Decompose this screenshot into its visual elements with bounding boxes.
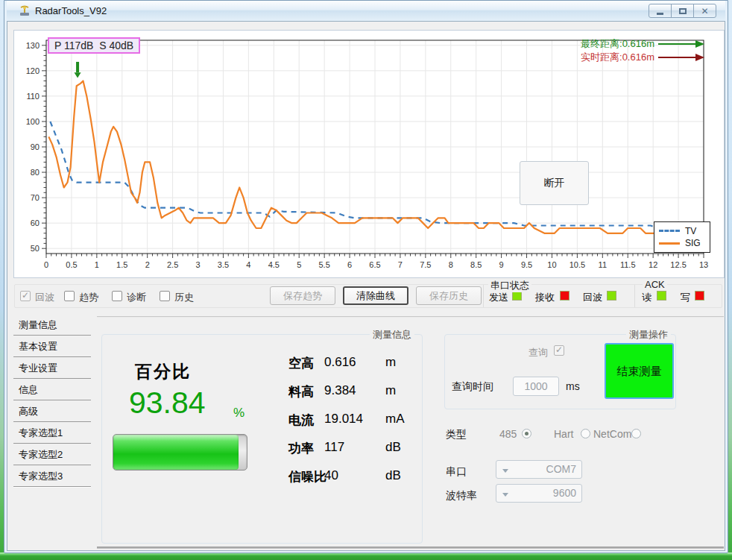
final-distance-annotation: 最终距离:0.616m [581, 37, 704, 51]
material-height-unit: m [385, 383, 396, 398]
maximize-button[interactable] [671, 4, 694, 18]
serial-status-group-label: 串口状态 [488, 279, 531, 292]
svg-text:5.5: 5.5 [319, 260, 330, 269]
level-progress-bar [113, 434, 247, 471]
toolbar-separator [634, 285, 635, 307]
svg-text:12.5: 12.5 [670, 260, 686, 269]
svg-text:12: 12 [649, 260, 657, 269]
baud-rate-select[interactable]: 9600 [496, 484, 582, 503]
echo-status-label: 回波 [583, 291, 602, 304]
history-checkbox-label: 历史 [174, 291, 194, 304]
query-checkbox-label: 查询 [529, 346, 548, 359]
percent-unit: % [233, 406, 244, 421]
svg-text:4: 4 [246, 260, 250, 269]
serial-port-label: 串口 [446, 465, 467, 479]
query-interval-unit: ms [566, 380, 580, 392]
tx-status-label: 发送 [489, 291, 508, 304]
sidebar-item-expert-2[interactable]: 专家选型2 [13, 444, 91, 465]
svg-text:3.5: 3.5 [218, 260, 229, 269]
material-height-label: 料高 [288, 383, 314, 400]
percent-title: 百分比 [135, 360, 191, 383]
save-history-button[interactable]: 保存历史 [416, 286, 482, 305]
svg-text:130: 130 [26, 41, 40, 50]
legend-sig-label: SIG [685, 238, 701, 248]
svg-text:6: 6 [347, 260, 352, 269]
diagnosis-checkbox[interactable] [112, 291, 122, 301]
sidebar-item-advanced[interactable]: 高级 [13, 400, 91, 422]
svg-text:5: 5 [297, 260, 301, 269]
radio-netcom-label: NetCom [593, 428, 631, 440]
air-height-unit: m [385, 355, 396, 370]
echo-status-led [607, 291, 616, 301]
stop-measure-button[interactable]: 结束测量 [605, 343, 674, 399]
svg-text:10.5: 10.5 [569, 260, 585, 269]
desktop-edge [0, 553, 732, 560]
query-checkbox[interactable] [554, 345, 564, 356]
power-label: 功率 [288, 440, 314, 457]
save-trend-button[interactable]: 保存趋势 [270, 286, 335, 305]
trend-checkbox[interactable] [64, 291, 75, 301]
tv-line-sample-icon [659, 230, 680, 232]
baud-rate-value: 9600 [553, 487, 576, 499]
sidebar-item-basic-settings[interactable]: 基本设置 [13, 336, 91, 357]
svg-text:4.5: 4.5 [268, 260, 280, 269]
air-height-label: 空高 [288, 355, 314, 372]
write-ack-led [695, 291, 704, 301]
serial-port-select[interactable]: COM7 [496, 460, 582, 479]
read-ack-label: 读 [642, 291, 651, 304]
legend-item-tv: TV [659, 226, 705, 236]
close-icon: ✕ [701, 7, 708, 16]
sig-line-sample-icon [659, 242, 680, 245]
svg-text:0.5: 0.5 [66, 260, 77, 269]
svg-text:8.5: 8.5 [470, 260, 482, 269]
radio-485-label: 485 [499, 428, 517, 440]
air-height-value: 0.616 [324, 355, 356, 370]
sidebar-item-expert-3[interactable]: 专家选型3 [13, 465, 91, 487]
realtime-distance-annotation: 实时距离:0.616m [581, 51, 704, 64]
svg-text:7.5: 7.5 [420, 260, 431, 269]
snr-unit: dB [385, 468, 401, 483]
current-value: 19.014 [324, 412, 363, 427]
ack-group-label: ACK [643, 279, 667, 290]
title-bar[interactable]: RadarTools_V92 ✕ [7, 1, 725, 21]
clear-curve-button[interactable]: 清除曲线 [343, 286, 408, 305]
sidebar-item-measure-info[interactable]: 测量信息 [13, 314, 91, 336]
svg-text:6.5: 6.5 [369, 260, 380, 269]
type-label: 类型 [446, 428, 467, 441]
svg-text:90: 90 [31, 142, 40, 151]
app-window: RadarTools_V92 ✕ 00.511.522.533.544.555.… [4, 0, 728, 553]
write-ack-label: 写 [681, 291, 690, 304]
echo-checkbox-label: 回波 [35, 291, 54, 304]
diagnosis-checkbox-label: 诊断 [127, 291, 146, 304]
close-button[interactable]: ✕ [693, 4, 716, 18]
svg-text:110: 110 [26, 92, 40, 101]
svg-text:1: 1 [95, 260, 99, 269]
svg-text:60: 60 [31, 218, 40, 227]
maximize-icon [679, 8, 687, 14]
rx-status-led [560, 291, 569, 301]
power-unit: dB [385, 440, 401, 455]
radio-485[interactable] [522, 429, 531, 438]
peak-tooltip: P 117dB S 40dB [48, 37, 140, 54]
radio-hart[interactable] [581, 429, 590, 438]
echo-checkbox[interactable] [20, 291, 31, 301]
current-label: 电流 [288, 412, 314, 429]
sidebar-nav: 测量信息 基本设置 专业设置 信息 高级 专家选型1 专家选型2 专家选型3 [13, 314, 91, 487]
minimize-button[interactable] [649, 4, 672, 18]
svg-text:11.5: 11.5 [620, 260, 636, 269]
snr-value: 40 [324, 468, 338, 483]
sidebar-item-pro-settings[interactable]: 专业设置 [13, 357, 91, 379]
signal-chart: 00.511.522.533.544.555.566.577.588.599.5… [14, 31, 724, 277]
svg-text:8: 8 [449, 260, 453, 269]
radio-netcom[interactable] [631, 429, 641, 438]
sidebar-item-info[interactable]: 信息 [13, 379, 91, 400]
sidebar-item-expert-1[interactable]: 专家选型1 [13, 422, 91, 444]
history-checkbox[interactable] [160, 291, 170, 301]
signal-chart-panel: 00.511.522.533.544.555.566.577.588.599.5… [13, 30, 725, 278]
query-interval-input[interactable]: 1000 [513, 377, 559, 396]
content-divider-bottom [97, 547, 724, 549]
legend-tv-label: TV [685, 226, 696, 236]
material-height-value: 9.384 [324, 383, 356, 398]
disconnect-button[interactable]: 断开 [520, 161, 589, 205]
chart-legend: TV SIG [654, 221, 710, 253]
